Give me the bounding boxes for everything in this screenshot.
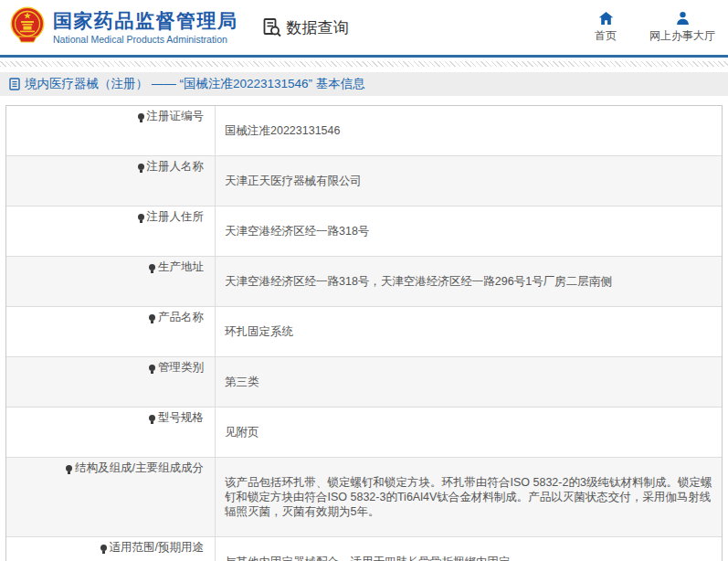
table-row: 结构及组成/主要组成成分 该产品包括环扎带、锁定螺钉和锁定方块。环扎带由符合IS…	[6, 458, 722, 537]
row-value: 天津空港经济区经一路318号	[225, 225, 369, 238]
row-label-text: 结构及组成/主要组成成分	[75, 461, 204, 474]
row-value-cell: 与其他内固定器械配合，适用于四肢长骨骨折捆绑内固定。	[216, 537, 722, 561]
row-value: 该产品包括环扎带、锁定螺钉和锁定方块。环扎带由符合ISO 5832-2的3级纯钛…	[225, 476, 712, 518]
national-emblem-logo	[9, 5, 46, 49]
bulb-icon	[149, 415, 155, 421]
row-value-cell: 见附页	[216, 408, 722, 457]
row-value-cell: 天津正天医疗器械有限公司	[216, 156, 722, 206]
row-label-text: 管理类别	[158, 361, 204, 374]
bulb-icon	[138, 113, 144, 120]
table-row: 生产地址 天津空港经济区经一路318号，天津空港经济区经一路296号1号厂房二层…	[6, 257, 722, 307]
row-label-text: 注册证编号	[147, 110, 205, 122]
row-label: 管理类别	[6, 357, 216, 407]
row-value: 国械注准20223131546	[225, 124, 340, 137]
row-value-cell: 天津空港经济区经一路318号，天津空港经济区经一路296号1号厂房二层南侧	[216, 257, 722, 306]
breadcrumb: 境内医疗器械（注册） —— “国械注准20223131546” 基本信息	[25, 76, 365, 92]
row-label-text: 适用范围/预期用途	[110, 541, 204, 554]
nav-home[interactable]: 首页	[595, 11, 617, 44]
row-value-cell: 第三类	[216, 357, 722, 407]
row-value: 与其他内固定器械配合，适用于四肢长骨骨折捆绑内固定。	[225, 556, 522, 561]
home-icon	[598, 11, 614, 26]
nav-data-query[interactable]: 数据查询	[262, 17, 349, 38]
row-value-cell: 国械注准20223131546	[216, 106, 722, 155]
nav-data-query-label: 数据查询	[287, 17, 349, 38]
row-label: 注册证编号	[6, 106, 216, 155]
row-value: 环扎固定系统	[225, 325, 293, 338]
row-label: 注册人住所	[6, 206, 216, 256]
table-row: 注册人名称 天津正天医疗器械有限公司	[6, 156, 722, 206]
row-label-text: 生产地址	[158, 260, 204, 273]
site-subtitle: National Medical Products Administration	[53, 34, 238, 45]
row-value: 天津空港经济区经一路318号，天津空港经济区经一路296号1号厂房二层南侧	[225, 275, 612, 288]
table-row: 型号规格 见附页	[6, 408, 722, 458]
table-row: 产品名称 环扎固定系统	[6, 307, 722, 357]
person-icon	[675, 11, 691, 26]
breadcrumb-bar: 境内医疗器械（注册） —— “国械注准20223131546” 基本信息	[0, 72, 728, 96]
row-label-text: 注册人住所	[147, 210, 205, 223]
brand: 国家药品监督管理局 National Medical Products Admi…	[53, 10, 238, 45]
row-label: 生产地址	[6, 257, 216, 306]
row-label: 适用范围/预期用途	[6, 537, 216, 561]
decorative-divider	[0, 61, 728, 67]
info-table: 注册证编号 国械注准20223131546 注册人名称 天津正天医疗器械有限公司…	[5, 105, 723, 561]
table-row: 适用范围/预期用途 与其他内固定器械配合，适用于四肢长骨骨折捆绑内固定。	[6, 537, 722, 561]
document-icon	[9, 78, 20, 90]
table-row: 管理类别 第三类	[6, 357, 722, 408]
bulb-icon	[149, 264, 155, 270]
row-label: 型号规格	[6, 408, 216, 457]
row-label: 产品名称	[6, 307, 216, 356]
row-label-text: 产品名称	[158, 311, 204, 323]
row-value: 第三类	[225, 376, 259, 388]
row-value-cell: 天津空港经济区经一路318号	[216, 206, 722, 256]
row-label-text: 注册人名称	[147, 160, 205, 173]
table-row: 注册证编号 国械注准20223131546	[6, 106, 722, 156]
document-search-icon	[262, 17, 282, 37]
bulb-icon	[138, 214, 144, 220]
row-value: 天津正天医疗器械有限公司	[225, 175, 362, 187]
bulb-icon	[100, 545, 107, 551]
row-value-cell: 该产品包括环扎带、锁定螺钉和锁定方块。环扎带由符合ISO 5832-2的3级纯钛…	[216, 458, 722, 536]
nav-home-label: 首页	[595, 28, 617, 44]
row-label: 结构及组成/主要组成成分	[6, 458, 216, 536]
site-title: 国家药品监督管理局	[53, 10, 238, 32]
row-value-cell: 环扎固定系统	[216, 307, 722, 356]
nav-service-hall[interactable]: 网上办事大厅	[649, 11, 715, 44]
table-row: 注册人住所 天津空港经济区经一路318号	[6, 206, 722, 257]
bulb-icon	[149, 314, 155, 321]
site-header: 国家药品监督管理局 National Medical Products Admi…	[0, 0, 728, 58]
nav-service-hall-label: 网上办事大厅	[649, 28, 715, 44]
row-label: 注册人名称	[6, 156, 216, 206]
bulb-icon	[149, 365, 155, 371]
bulb-icon	[66, 465, 72, 471]
row-label-text: 型号规格	[158, 411, 204, 424]
row-value: 见附页	[225, 426, 259, 439]
bulb-icon	[138, 164, 144, 170]
